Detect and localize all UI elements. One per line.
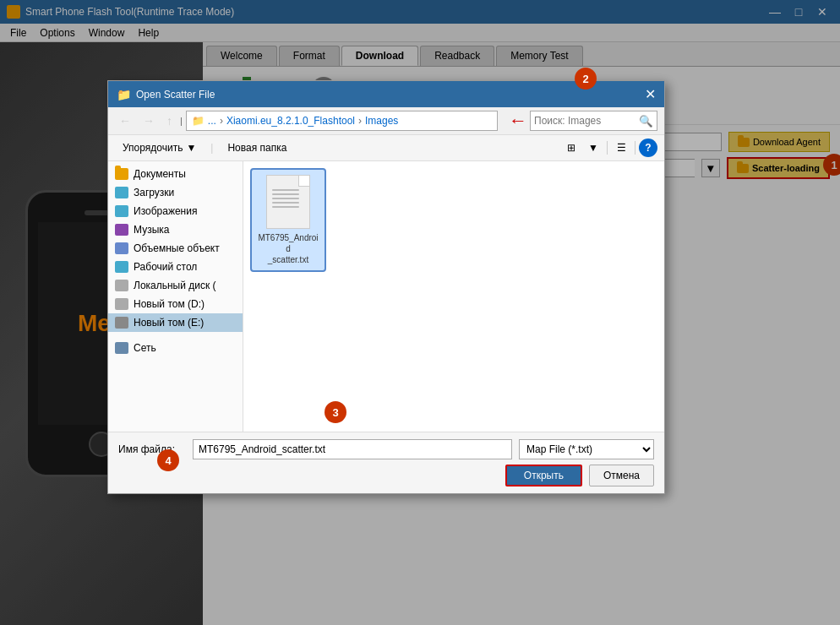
file-scatter[interactable]: MT6795_Android_scatter.txt <box>250 168 326 272</box>
badge-3: 3 <box>325 401 346 423</box>
sidebar-network-label: Сеть <box>134 342 156 354</box>
dialog-close-button[interactable]: ✕ <box>645 86 656 102</box>
view-dropdown-btn[interactable]: ▼ <box>583 139 603 157</box>
sidebar-objects[interactable]: Объемные объект <box>108 239 243 258</box>
file-line-3 <box>272 198 299 199</box>
view-sep2 <box>635 141 635 155</box>
sidebar-network[interactable]: Сеть <box>108 339 243 357</box>
breadcrumb-bar: 📁 ... › Xiaomi.eu_8.2.1.0_Flashtool › Im… <box>186 111 498 131</box>
dialog-title-left: 📁 Open Scatter File <box>117 88 215 101</box>
sidebar-music[interactable]: Музыка <box>108 220 243 239</box>
volume-d-icon <box>115 298 128 310</box>
sidebar-volume-e-label: Новый том (E:) <box>134 317 204 329</box>
dialog-files: 3 MT6795_Android_scatter.txt <box>243 161 664 432</box>
breadcrumb-arrow: ← <box>509 110 527 132</box>
badge-4: 4 <box>157 449 179 471</box>
sidebar-volume-d[interactable]: Новый том (D:) <box>108 295 243 313</box>
sidebar-local-disk-label: Локальный диск ( <box>134 280 216 291</box>
breadcrumb-images[interactable]: Images <box>365 115 398 127</box>
open-scatter-dialog: 2 📁 Open Scatter File ✕ ← → ↑ | 📁 ... › … <box>107 80 665 494</box>
view-buttons: ⊞ ▼ ☰ ? <box>561 139 657 157</box>
view-icon-btn[interactable]: ⊞ <box>561 139 581 157</box>
sidebar-downloads[interactable]: Загрузки <box>108 183 243 202</box>
file-line-4 <box>272 202 299 204</box>
network-icon <box>115 342 128 354</box>
badge-2: 2 <box>575 68 597 90</box>
sidebar-local-disk[interactable]: Локальный диск ( <box>108 276 243 295</box>
volume-e-icon <box>115 317 128 329</box>
file-icon <box>266 175 310 229</box>
dialog-title: Open Scatter File <box>136 89 215 101</box>
open-button[interactable]: Открыть <box>505 465 582 486</box>
breadcrumb-sep2: › <box>358 115 362 127</box>
breadcrumb-root[interactable]: ... <box>208 115 216 127</box>
nav-separator: | <box>180 116 183 126</box>
sidebar-volume-e[interactable]: Новый том (E:) <box>108 313 243 332</box>
footer-filename-row: Имя файла: Map File (*.txt) <box>118 439 654 459</box>
sidebar-documents-label: Документы <box>134 168 186 180</box>
dialog-sidebar: Документы Загрузки Изображения Музыка Об… <box>108 161 243 432</box>
view-sep <box>607 141 608 155</box>
sidebar-documents[interactable]: Документы <box>108 165 243 183</box>
dialog-footer: Имя файла: Map File (*.txt) 4 Открыть От… <box>108 432 664 493</box>
downloads-icon <box>115 187 128 198</box>
music-icon <box>115 224 128 236</box>
documents-icon <box>115 168 128 180</box>
sidebar-desktop-label: Рабочий стол <box>134 261 197 273</box>
sidebar-objects-label: Объемные объект <box>134 242 220 254</box>
local-disk-icon <box>115 280 128 291</box>
file-line-2 <box>272 193 299 195</box>
file-line-5 <box>272 206 299 208</box>
dialog-body: Документы Загрузки Изображения Музыка Об… <box>108 161 664 432</box>
file-lines <box>272 189 299 208</box>
dialog-folder-icon: 📁 <box>117 88 131 101</box>
nav-up-button[interactable]: ↑ <box>162 111 177 130</box>
file-line-1 <box>272 189 299 191</box>
toolbar-sep: | <box>210 142 213 154</box>
breadcrumb-icon: 📁 <box>192 115 205 127</box>
footer-filetype-select[interactable]: Map File (*.txt) <box>519 439 654 459</box>
search-button[interactable]: 🔍 <box>639 115 653 128</box>
badge-4-label: 4 <box>165 454 171 467</box>
dialog-overlay: 2 📁 Open Scatter File ✕ ← → ↑ | 📁 ... › … <box>0 0 840 625</box>
sidebar-images[interactable]: Изображения <box>108 202 243 220</box>
file-name: MT6795_Android_scatter.txt <box>257 232 319 265</box>
footer-buttons: 4 Открыть Отмена <box>118 465 654 486</box>
nav-forward-button[interactable]: → <box>139 111 159 130</box>
nav-back-button[interactable]: ← <box>115 111 135 130</box>
dialog-nav: ← → ↑ | 📁 ... › Xiaomi.eu_8.2.1.0_Flasht… <box>108 107 664 135</box>
new-folder-button[interactable]: Новая папка <box>220 139 294 156</box>
badge-2-label: 2 <box>582 73 588 85</box>
desktop-icon <box>115 261 128 273</box>
sort-label: Упорядочить <box>123 142 183 154</box>
sidebar-music-label: Музыка <box>134 224 169 236</box>
footer-filename-input[interactable] <box>193 439 512 459</box>
badge-3-label: 3 <box>332 406 338 419</box>
sidebar-volume-d-label: Новый том (D:) <box>134 298 205 310</box>
sidebar-desktop[interactable]: Рабочий стол <box>108 258 243 276</box>
view-list-btn[interactable]: ☰ <box>611 139 631 157</box>
help-button[interactable]: ? <box>639 139 657 157</box>
dialog-toolbar: Упорядочить ▼ | Новая папка ⊞ ▼ ☰ ? <box>108 135 664 161</box>
cancel-button[interactable]: Отмена <box>589 465 654 486</box>
sort-arrow: ▼ <box>186 142 196 154</box>
sidebar-images-label: Изображения <box>134 205 197 217</box>
sidebar-downloads-label: Загрузки <box>134 187 174 198</box>
breadcrumb-flashtool[interactable]: Xiaomi.eu_8.2.1.0_Flashtool <box>226 115 355 127</box>
search-input[interactable] <box>534 115 635 127</box>
search-box: 🔍 <box>530 111 657 131</box>
sort-button[interactable]: Упорядочить ▼ <box>115 139 204 156</box>
objects-icon <box>115 242 128 254</box>
breadcrumb-sep1: › <box>220 115 223 127</box>
images-icon <box>115 205 128 217</box>
